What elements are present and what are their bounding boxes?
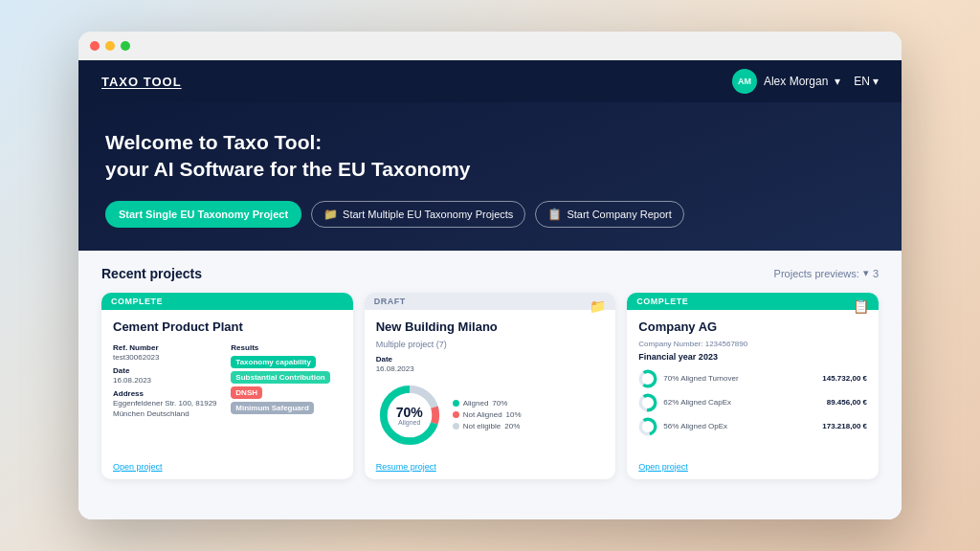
metric-turnover: 70% Aligned Turnover 145.732,00 € [638, 369, 867, 388]
main-section: Recent projects Projects previews: ▾ 3 C… [78, 251, 902, 519]
metric-value-opex: 173.218,00 € [822, 422, 867, 430]
card3-company-number: Company Number: 1234567890 [638, 340, 867, 348]
legend-label-aligned: Aligned [463, 399, 489, 408]
card1-body: Cement Product Plant Ref. Number test300… [101, 310, 353, 456]
card2-body: New Building Milano Multiple project (7)… [365, 310, 616, 456]
lang-label: EN [854, 75, 870, 88]
address-label: Address [113, 389, 223, 398]
start-single-project-button[interactable]: Start Single EU Taxonomy Project [105, 201, 301, 228]
section-header: Recent projects Projects previews: ▾ 3 [101, 266, 879, 281]
card1-grid: Ref. Number test30062023 Date 16.08.2023… [113, 340, 342, 420]
hero-actions: Start Single EU Taxonomy Project 📁 Start… [105, 201, 875, 228]
results-label: Results [231, 343, 341, 352]
card2-title: New Building Milano [376, 320, 605, 334]
date-label: Date [113, 366, 223, 375]
hero-title: Welcome to Taxo Tool: your AI Software f… [105, 129, 875, 184]
card2-subtitle: Multiple project (7) [376, 340, 605, 349]
legend-val-aligned: 70% [492, 399, 507, 408]
tag-taxonomy: Taxonomy capability [231, 356, 316, 368]
card1-badge: Complete [101, 293, 353, 310]
nav-right: AM Alex Morgan ▾ EN ▾ [732, 69, 879, 94]
tag-minimum: Minimum Safeguard [231, 402, 313, 414]
metric-donut-turnover [638, 369, 657, 388]
minimize-button[interactable] [105, 41, 115, 51]
donut-sublabel: Aligned [396, 418, 423, 425]
legend-val-not-aligned: 10% [506, 410, 522, 419]
card3-badge: Complete [627, 293, 879, 310]
card1-results: Results Taxonomy capability Substantial … [231, 340, 341, 420]
card-milano: Draft 📁 New Building Milano Multiple pro… [365, 293, 616, 479]
metric-label-capex: 62% Aligned CapEx [663, 398, 820, 407]
close-button[interactable] [90, 41, 100, 51]
legend-dot-not-eligible [453, 423, 459, 430]
card2-badge: Draft [365, 293, 616, 310]
hero-title-line2: your AI Software for the EU Taxonomy [105, 158, 471, 180]
card2-date-value: 16.08.2023 [376, 364, 605, 374]
metric-opex: 56% Aligned OpEx 173.218,00 € [638, 417, 867, 436]
donut-center: 70% Aligned [396, 405, 423, 425]
tag-substantial: Substantial Contribution [231, 371, 329, 384]
app-logo: TAXO TOOL [101, 75, 182, 89]
legend-label-not-eligible: Not eligible [463, 422, 501, 430]
card-cement: Complete Cement Product Plant Ref. Numbe… [101, 293, 353, 479]
legend-dot-not-aligned [453, 411, 459, 418]
card3-body: Company AG Company Number: 1234567890 Fi… [627, 310, 879, 456]
legend-aligned: Aligned 70% [453, 399, 522, 408]
folder-icon: 📁 [590, 298, 606, 314]
card3-title: Company AG [638, 320, 867, 334]
metric-donut-opex [638, 417, 657, 436]
ref-value: test30062023 [113, 352, 223, 363]
donut-area: 70% Aligned Aligned 70% [376, 382, 605, 449]
language-selector[interactable]: EN ▾ [854, 75, 879, 88]
section-title: Recent projects [101, 266, 202, 281]
app-window: TAXO TOOL AM Alex Morgan ▾ EN ▾ Welcome … [78, 32, 902, 519]
donut-chart: 70% Aligned [376, 382, 443, 449]
cards-container: Complete Cement Product Plant Ref. Numbe… [101, 293, 879, 479]
app-content: TAXO TOOL AM Alex Morgan ▾ EN ▾ Welcome … [78, 60, 902, 519]
card1-open-link[interactable]: Open project [101, 456, 353, 479]
titlebar [78, 32, 902, 60]
report-icon: 📋 [547, 208, 562, 221]
user-name: Alex Morgan [764, 75, 828, 88]
card1-left: Ref. Number test30062023 Date 16.08.2023… [113, 340, 223, 420]
date-value: 16.08.2023 [113, 375, 223, 386]
card3-fy: Financial year 2023 [638, 352, 867, 362]
metric-value-capex: 89.456,00 € [827, 398, 867, 407]
user-chevron-icon: ▾ [835, 75, 840, 88]
start-company-report-button[interactable]: 📋 Start Company Report [535, 201, 683, 228]
metric-label-opex: 56% Aligned OpEx [663, 422, 816, 430]
legend: Aligned 70% Not Aligned 10% [453, 399, 522, 430]
navbar: TAXO TOOL AM Alex Morgan ▾ EN ▾ [78, 60, 902, 102]
chevron-down-icon: ▾ [863, 267, 869, 279]
projects-count: Projects previews: ▾ 3 [774, 267, 879, 279]
card-company: Complete 📋 Company AG Company Number: 12… [627, 293, 879, 479]
hero-title-line1: Welcome to Taxo Tool: [105, 131, 322, 153]
metric-label-turnover: 70% Aligned Turnover [663, 374, 816, 383]
hero-section: Welcome to Taxo Tool: your AI Software f… [78, 102, 902, 251]
card2-header: Draft 📁 [365, 293, 616, 310]
lang-chevron-icon: ▾ [873, 75, 879, 88]
metric-donut-capex [638, 393, 657, 412]
legend-not-eligible: Not eligible 20% [453, 422, 522, 430]
address-value: Eggenfeldener Str. 100, 81929 München De… [113, 398, 223, 419]
ref-label: Ref. Number [113, 343, 223, 352]
legend-dot-aligned [453, 400, 459, 407]
tag-dnsh: DNSH [231, 386, 262, 399]
donut-pct: 70% [396, 405, 423, 418]
card3-open-link[interactable]: Open project [627, 456, 879, 479]
start-multiple-projects-button[interactable]: 📁 Start Multiple EU Taxonomy Projects [311, 201, 525, 228]
card3-header: Complete 📋 [627, 293, 879, 310]
maximize-button[interactable] [121, 41, 130, 51]
card2-date-label: Date [376, 355, 605, 364]
metric-value-turnover: 145.732,00 € [822, 374, 867, 383]
report-icon: 📋 [853, 298, 869, 314]
folder-icon: 📁 [323, 208, 338, 221]
card1-title: Cement Product Plant [113, 320, 342, 334]
legend-val-not-eligible: 20% [504, 422, 520, 430]
legend-label-not-aligned: Not Aligned [463, 410, 502, 419]
metric-capex: 62% Aligned CapEx 89.456,00 € [638, 393, 867, 412]
user-menu[interactable]: AM Alex Morgan ▾ [732, 69, 840, 94]
avatar: AM [732, 69, 757, 94]
card2-resume-link[interactable]: Resume project [365, 456, 616, 479]
legend-not-aligned: Not Aligned 10% [453, 410, 522, 419]
